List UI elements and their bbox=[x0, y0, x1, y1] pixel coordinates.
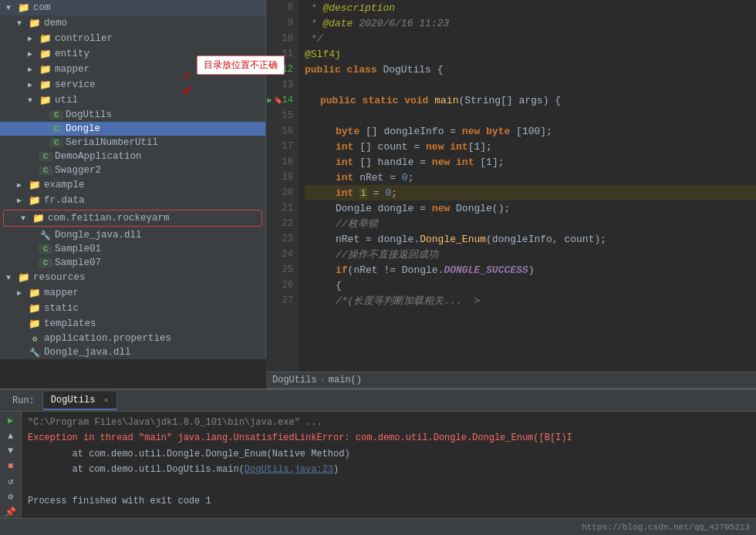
breadcrumb-file: DogUtils bbox=[272, 375, 317, 385]
props-icon-app: ⚙ bbox=[28, 334, 42, 344]
folder-icon-example: 📁 bbox=[28, 179, 42, 191]
line-19: 19 bbox=[266, 170, 298, 185]
run-line-0: "C:\Program Files\Java\jdk1.8.0_101\bin\… bbox=[28, 415, 750, 430]
tree-item-sample01[interactable]: C Sample01 bbox=[0, 242, 265, 256]
folder-icon-feitian: 📁 bbox=[32, 212, 46, 224]
run-up-button[interactable]: ▲ bbox=[3, 430, 19, 442]
folder-icon-demo: 📁 bbox=[28, 17, 42, 29]
run-down-button[interactable]: ▼ bbox=[3, 445, 19, 457]
tree-item-service[interactable]: ▶ 📁 service bbox=[0, 77, 265, 93]
tree-item-dongle-dll2[interactable]: 🔧 Dongle_java.dll bbox=[0, 345, 265, 359]
java-icon-sample07: C bbox=[39, 258, 52, 268]
code-line-13 bbox=[305, 77, 756, 93]
tree-item-demoapplication[interactable]: C DemoApplication bbox=[0, 150, 265, 163]
run-line-1: Exception in thread "main" java.lang.Uns… bbox=[28, 430, 750, 446]
code-line-18: int [] handle = new int [1]; bbox=[305, 154, 756, 170]
status-bar: https://blog.csdn.net/qq_42705213 bbox=[0, 518, 756, 535]
file-tree[interactable]: ▼ 📁 com ▼ 📁 demo ▶ 📁 controller ▶ bbox=[0, 0, 266, 359]
tree-item-appprops[interactable]: ⚙ application.properties bbox=[0, 331, 265, 345]
java-icon-swagger2: C bbox=[39, 166, 52, 175]
tree-item-dongle-dll[interactable]: 🔧 Dongle_java.dll bbox=[0, 228, 265, 242]
editor-content: 8 9 10 11 ▶12 13 ▶🔖14 15 16 17 18 19 20 … bbox=[266, 0, 756, 372]
tree-item-mapper2[interactable]: ▶ 📁 mapper bbox=[0, 285, 265, 301]
arrow-com[interactable]: ▼ bbox=[6, 4, 17, 12]
run-reload-button[interactable]: ↺ bbox=[3, 476, 19, 488]
run-content: ▶ ▲ ▼ ■ ↺ ⚙ 📌 "C:\Program Files\Java\jdk… bbox=[0, 412, 756, 518]
run-link-dogutils[interactable]: DogUtils.java:23 bbox=[245, 464, 333, 475]
code-line-19: int nRet = 0; bbox=[305, 170, 756, 185]
line-13: 13 bbox=[266, 77, 298, 93]
code-editor: 8 9 10 11 ▶12 13 ▶🔖14 15 16 17 18 19 20 … bbox=[266, 0, 756, 389]
run-line-2: at com.demo.util.Dongle.Dongle_Enum(Nati… bbox=[28, 446, 750, 462]
code-line-24: //操作不直接返回成功 bbox=[305, 247, 756, 262]
tree-item-templates[interactable]: 📁 templates bbox=[0, 316, 265, 331]
tree-item-example[interactable]: ▶ 📁 example bbox=[0, 177, 265, 193]
dll-icon-dongle: 🔧 bbox=[39, 230, 52, 241]
folder-icon-controller: 📁 bbox=[39, 32, 52, 45]
line-18: 18 bbox=[266, 154, 298, 170]
tree-item-resources[interactable]: ▼ 📁 resources bbox=[0, 270, 265, 285]
folder-icon-templates: 📁 bbox=[28, 318, 42, 330]
code-line-9: * @date 2020/6/16 11:23 bbox=[305, 15, 756, 31]
line-24: 24 bbox=[266, 247, 298, 262]
tree-item-feitian[interactable]: ▼ 📁 com.feitian.rockeyarm bbox=[4, 210, 262, 226]
line-17: 17 bbox=[266, 139, 298, 154]
tree-item-demo[interactable]: ▼ 📁 demo bbox=[0, 15, 265, 31]
code-line-16: byte [] dongleInfo = new byte [100]; bbox=[305, 123, 756, 139]
run-sidebar-controls: ▶ ▲ ▼ ■ ↺ ⚙ 📌 bbox=[0, 412, 22, 518]
folder-icon-mapper: 📁 bbox=[39, 63, 52, 76]
run-line-blank bbox=[28, 478, 750, 493]
tree-item-util[interactable]: ▼ 📁 util bbox=[0, 93, 265, 108]
line-21: 21 bbox=[266, 200, 298, 216]
code-line-15 bbox=[305, 108, 756, 123]
java-icon-sample01: C bbox=[39, 244, 52, 254]
tree-item-controller[interactable]: ▶ 📁 controller bbox=[0, 31, 265, 46]
tree-item-dongle[interactable]: C Dongle bbox=[0, 122, 265, 136]
line-26: 26 bbox=[266, 278, 298, 293]
run-settings-button[interactable]: ⚙ bbox=[3, 491, 19, 503]
tree-item-swagger2[interactable]: C Swagger2 bbox=[0, 163, 265, 177]
run-play-button[interactable]: ▶ bbox=[3, 415, 19, 427]
code-line-20: int i = 0; bbox=[305, 185, 756, 200]
code-line-23: nRet = dongle.Dongle_Enum(dongleInfo, co… bbox=[305, 231, 756, 247]
tree-item-sample07[interactable]: C Sample07 bbox=[0, 256, 265, 270]
tree-item-dogutils[interactable]: C DogUtils bbox=[0, 108, 265, 122]
code-line-27: /*(长度等判断加载相关... > bbox=[305, 293, 756, 308]
folder-icon-resources: 📁 bbox=[17, 271, 31, 284]
tree-item-serialnumberutil[interactable]: C SerialNumberUtil bbox=[0, 136, 265, 150]
line-16: 16 bbox=[266, 123, 298, 139]
code-line-8: * @description bbox=[305, 0, 756, 15]
code-line-17: int [] count = new int[1]; bbox=[305, 139, 756, 154]
line-20: 20 bbox=[266, 185, 298, 200]
run-tab-dogutils[interactable]: DogUtils ✕ bbox=[43, 392, 117, 410]
folder-icon-com: 📁 bbox=[17, 2, 31, 14]
breadcrumb: DogUtils › main() bbox=[266, 372, 756, 389]
run-pin-button[interactable]: 📌 bbox=[3, 506, 19, 518]
line-9: 9 bbox=[266, 15, 298, 31]
run-output: "C:\Program Files\Java\jdk1.8.0_101\bin\… bbox=[22, 412, 756, 518]
folder-icon-entity: 📁 bbox=[39, 48, 52, 60]
run-line-3: at com.demo.util.DogUtils.main(DogUtils.… bbox=[28, 462, 750, 477]
code-line-22: //枚举锁 bbox=[305, 216, 756, 231]
java-icon-demoapplication: C bbox=[39, 152, 52, 161]
breadcrumb-method: main() bbox=[329, 375, 362, 385]
run-line-exit: Process finished with exit code 1 bbox=[28, 493, 750, 509]
tree-item-static[interactable]: 📁 static bbox=[0, 301, 265, 316]
line-14: ▶🔖14 bbox=[266, 93, 298, 108]
java-icon-serialnumberutil: C bbox=[49, 138, 63, 147]
java-icon-dogutils: C bbox=[49, 110, 63, 119]
tree-item-com[interactable]: ▼ 📁 com bbox=[0, 0, 265, 15]
run-label[interactable]: Run: bbox=[5, 392, 43, 409]
run-tab-close[interactable]: ✕ bbox=[104, 396, 109, 405]
run-panel: Run: DogUtils ✕ ▶ ▲ ▼ ■ ↺ ⚙ 📌 "C:\Progra… bbox=[0, 389, 756, 518]
annotation-arrow2: ↙ bbox=[182, 77, 193, 99]
run-stop-button[interactable]: ■ bbox=[3, 460, 19, 473]
code-line-12: public class DogUtils { bbox=[305, 62, 756, 77]
code-line-14: public static void main(String[] args) { bbox=[305, 93, 756, 108]
line-15: 15 bbox=[266, 108, 298, 123]
line-25: 25 bbox=[266, 262, 298, 278]
line-22: 22 bbox=[266, 216, 298, 231]
status-url: https://blog.csdn.net/qq_42705213 bbox=[582, 523, 750, 532]
code-content: * @description * @date 2020/6/16 11:23 *… bbox=[299, 0, 756, 372]
tree-item-frdata[interactable]: ▶ 📁 fr.data bbox=[0, 193, 265, 208]
